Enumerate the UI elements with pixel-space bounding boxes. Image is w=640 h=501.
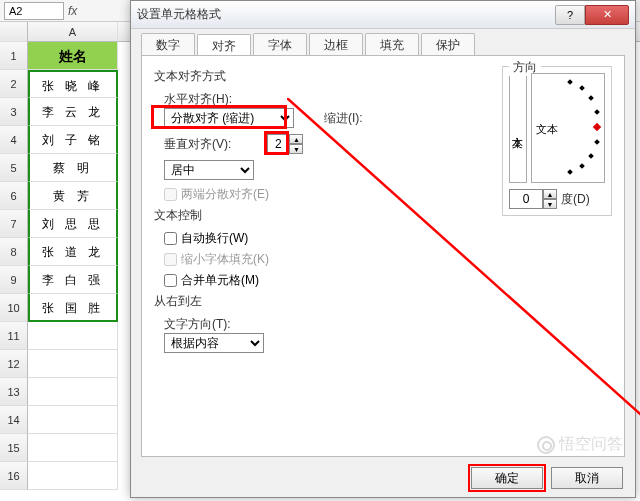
v-align-label: 垂直对齐(V): <box>154 136 231 153</box>
cell[interactable]: 李 云 龙 <box>28 98 118 126</box>
watermark-logo-icon <box>537 436 555 454</box>
degree-label: 度(D) <box>561 191 590 208</box>
indent-up[interactable]: ▲ <box>289 134 303 144</box>
tab-alignment[interactable]: 对齐 <box>197 34 251 56</box>
tab-border[interactable]: 边框 <box>309 33 363 55</box>
cell[interactable]: 张 晓 峰 <box>28 70 118 98</box>
row-header[interactable]: 5 <box>0 154 28 182</box>
orientation-dial-text: 文本 <box>536 122 558 137</box>
shrink-check: 缩小字体填充(K) <box>154 251 612 268</box>
justify-distributed-label: 两端分散对齐(E) <box>181 186 269 203</box>
close-button[interactable]: ✕ <box>585 5 629 25</box>
row-header[interactable]: 9 <box>0 266 28 294</box>
tabstrip: 数字 对齐 字体 边框 填充 保护 <box>131 29 635 55</box>
dialog-title: 设置单元格格式 <box>137 6 555 23</box>
ok-button[interactable]: 确定 <box>471 467 543 489</box>
col-header-A[interactable]: A <box>28 22 118 42</box>
row-header[interactable]: 6 <box>0 182 28 210</box>
cell[interactable]: 刘 子 铭 <box>28 126 118 154</box>
text-direction-select[interactable]: 根据内容 <box>164 333 264 353</box>
indent-label: 缩进(I): <box>324 110 363 127</box>
indent-spinner[interactable]: ▲▼ <box>267 134 303 154</box>
select-all-corner[interactable] <box>0 22 28 42</box>
cell[interactable]: 张 国 胜 <box>28 294 118 322</box>
degree-up[interactable]: ▲ <box>543 189 557 199</box>
indent-input[interactable] <box>267 134 289 154</box>
orientation-group: 方向 文本 文本 <box>502 66 612 216</box>
row-header[interactable]: 4 <box>0 126 28 154</box>
cell[interactable]: 刘 思 思 <box>28 210 118 238</box>
cell[interactable] <box>28 322 118 350</box>
row-header[interactable]: 12 <box>0 350 28 378</box>
merge-check[interactable]: 合并单元格(M) <box>154 272 612 289</box>
cell[interactable] <box>28 434 118 462</box>
cell[interactable]: 蔡 明 <box>28 154 118 182</box>
watermark-text: 悟空问答 <box>559 434 623 455</box>
text-dir-label: 文字方向(T): <box>154 316 612 333</box>
orientation-dial[interactable]: 文本 <box>531 73 605 183</box>
row-header[interactable]: 14 <box>0 406 28 434</box>
orientation-vertical[interactable]: 文本 <box>509 73 527 183</box>
cell-header[interactable]: 姓名 <box>28 42 118 70</box>
row-header[interactable]: 2 <box>0 70 28 98</box>
indent-down[interactable]: ▼ <box>289 144 303 154</box>
shrink-label: 缩小字体填充(K) <box>181 251 269 268</box>
alignment-panel: 文本对齐方式 水平对齐(H): 分散对齐 (缩进) 缩进(I): 垂直对齐(V)… <box>141 55 625 457</box>
cell[interactable] <box>28 406 118 434</box>
tab-protection[interactable]: 保护 <box>421 33 475 55</box>
cell[interactable]: 张 道 龙 <box>28 238 118 266</box>
row-header[interactable]: 16 <box>0 462 28 490</box>
titlebar[interactable]: 设置单元格格式 ? ✕ <box>131 1 635 29</box>
orientation-handle[interactable] <box>593 123 601 131</box>
row-header[interactable]: 8 <box>0 238 28 266</box>
cell[interactable]: 黄 芳 <box>28 182 118 210</box>
cell[interactable] <box>28 378 118 406</box>
watermark: 悟空问答 <box>537 434 623 455</box>
shrink-checkbox <box>164 253 177 266</box>
cancel-button[interactable]: 取消 <box>551 467 623 489</box>
degree-down[interactable]: ▼ <box>543 199 557 209</box>
row-header[interactable]: 1 <box>0 42 28 70</box>
tab-font[interactable]: 字体 <box>253 33 307 55</box>
merge-checkbox[interactable] <box>164 274 177 287</box>
wrap-label: 自动换行(W) <box>181 230 248 247</box>
justify-distributed-checkbox <box>164 188 177 201</box>
cell[interactable]: 李 白 强 <box>28 266 118 294</box>
name-box[interactable] <box>4 2 64 20</box>
degree-input[interactable] <box>509 189 543 209</box>
tab-fill[interactable]: 填充 <box>365 33 419 55</box>
fx-icon: fx <box>68 4 82 18</box>
row-header[interactable]: 3 <box>0 98 28 126</box>
cell[interactable] <box>28 350 118 378</box>
row-header[interactable]: 15 <box>0 434 28 462</box>
h-align-select[interactable]: 分散对齐 (缩进) <box>164 108 294 128</box>
cell[interactable] <box>28 462 118 490</box>
merge-label: 合并单元格(M) <box>181 272 259 289</box>
section-rtl: 从右到左 <box>154 293 612 310</box>
row-header[interactable]: 10 <box>0 294 28 322</box>
tab-number[interactable]: 数字 <box>141 33 195 55</box>
dialog-footer: 确定 取消 <box>471 467 623 489</box>
wrap-check[interactable]: 自动换行(W) <box>154 230 612 247</box>
v-align-select[interactable]: 居中 <box>164 160 254 180</box>
row-header[interactable]: 13 <box>0 378 28 406</box>
wrap-checkbox[interactable] <box>164 232 177 245</box>
help-button[interactable]: ? <box>555 5 585 25</box>
degree-spinner[interactable]: ▲▼ <box>509 189 557 209</box>
format-cells-dialog: 设置单元格格式 ? ✕ 数字 对齐 字体 边框 填充 保护 文本对齐方式 水平对… <box>130 0 636 498</box>
row-header[interactable]: 11 <box>0 322 28 350</box>
row-header[interactable]: 7 <box>0 210 28 238</box>
